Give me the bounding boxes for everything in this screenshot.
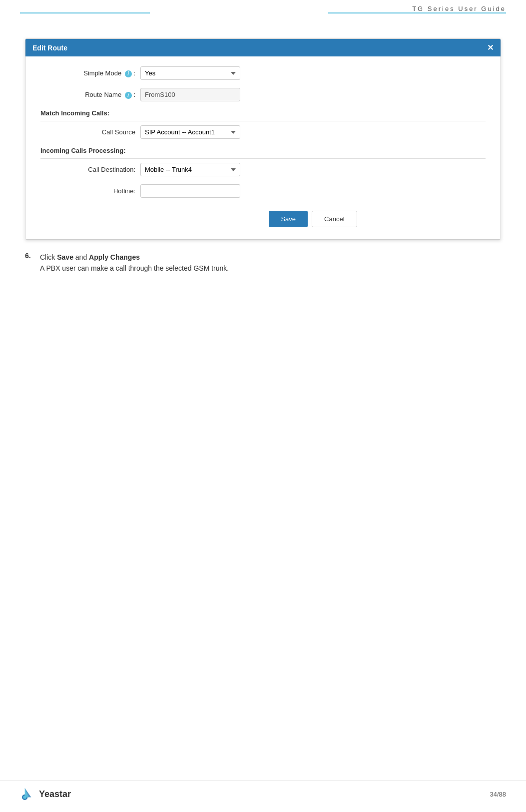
call-destination-label: Call Destination: xyxy=(40,166,140,173)
incoming-processing-heading: Incoming Calls Processing: xyxy=(40,147,486,159)
page-title: TG Series User Guide xyxy=(412,5,506,12)
page-header: TG Series User Guide xyxy=(0,0,526,12)
route-name-row: Route Name i : xyxy=(40,88,486,101)
route-name-label: Route Name i : xyxy=(40,91,140,99)
incoming-processing-section: Incoming Calls Processing: Call Destinat… xyxy=(40,147,486,198)
save-button[interactable]: Save xyxy=(269,211,308,227)
match-incoming-heading: Match Incoming Calls: xyxy=(40,109,486,121)
footer-logo: Yeastar xyxy=(20,786,71,802)
simple-mode-label: Simple Mode i : xyxy=(40,69,140,77)
call-destination-row: Call Destination: Mobile -- Trunk4 Mobil… xyxy=(40,163,486,176)
match-incoming-section: Match Incoming Calls: Call Source SIP Ac… xyxy=(40,109,486,139)
page-footer: Yeastar 34/88 xyxy=(0,781,526,802)
main-content: Edit Route ✕ Simple Mode i : Yes No Rout… xyxy=(0,28,526,289)
step-6-content: Click Save and Apply Changes A PBX user … xyxy=(40,252,229,274)
dialog-title: Edit Route xyxy=(32,44,67,52)
dialog-buttons: Save Cancel xyxy=(140,206,486,229)
simple-mode-info-icon[interactable]: i xyxy=(125,70,132,77)
header-line-left xyxy=(20,12,150,13)
yeastar-logo-icon xyxy=(20,786,36,802)
simple-mode-select[interactable]: Yes No xyxy=(140,66,240,80)
hotline-row: Hotline: xyxy=(40,184,486,198)
route-name-info-icon[interactable]: i xyxy=(125,92,132,99)
call-destination-select[interactable]: Mobile -- Trunk4 Mobile -- Trunk1 Mobile… xyxy=(140,163,240,176)
cancel-button[interactable]: Cancel xyxy=(312,211,357,227)
call-source-row: Call Source SIP Account -- Account1 SIP … xyxy=(40,125,486,139)
page-number: 34/88 xyxy=(490,791,506,798)
hotline-input[interactable] xyxy=(140,184,240,198)
route-name-input[interactable] xyxy=(140,88,240,101)
close-icon[interactable]: ✕ xyxy=(487,43,494,52)
step-number: 6. xyxy=(25,252,40,274)
dialog-header: Edit Route ✕ xyxy=(25,39,501,56)
edit-route-dialog: Edit Route ✕ Simple Mode i : Yes No Rout… xyxy=(25,38,501,240)
step-6-block: 6. Click Save and Apply Changes A PBX us… xyxy=(25,252,501,274)
dialog-body: Simple Mode i : Yes No Route Name i : xyxy=(25,56,501,239)
step-6-description: A PBX user can make a call through the s… xyxy=(40,263,229,274)
call-source-select[interactable]: SIP Account -- Account1 SIP Account -- A… xyxy=(140,125,240,139)
step-6-line1: Click Save and Apply Changes xyxy=(40,252,229,263)
call-source-label: Call Source xyxy=(40,128,140,136)
simple-mode-row: Simple Mode i : Yes No xyxy=(40,66,486,80)
hotline-label: Hotline: xyxy=(40,187,140,195)
logo-text: Yeastar xyxy=(39,789,71,800)
header-rule xyxy=(0,12,526,13)
header-line-right xyxy=(328,12,507,13)
